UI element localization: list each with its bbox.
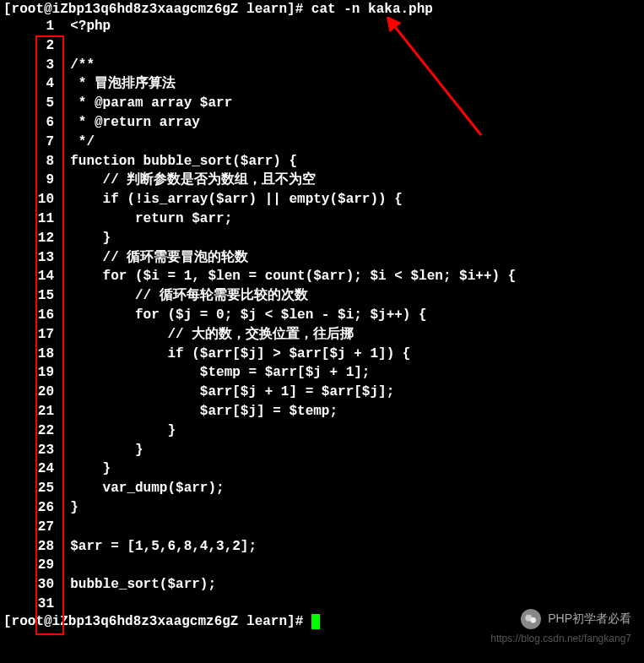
code-line: 26 }	[3, 498, 641, 518]
line-number: 8	[3, 152, 54, 171]
code-content: var_dump($arr);	[70, 481, 224, 496]
line-number: 22	[3, 421, 54, 441]
code-content: if ($arr[$j] > $arr[$j + 1]) {	[70, 346, 410, 361]
line-number: 9	[3, 171, 54, 190]
code-content: }	[70, 231, 111, 246]
line-number: 5	[3, 94, 54, 113]
wechat-badge: PHP初学者必看	[521, 609, 631, 629]
code-content: }	[70, 423, 176, 438]
code-content: */	[70, 134, 95, 149]
line-number: 12	[3, 229, 54, 248]
code-line: 23 }	[3, 441, 641, 460]
line-number: 23	[3, 441, 54, 460]
cursor	[311, 614, 320, 629]
code-line: 1 <?php	[3, 17, 641, 36]
code-content: // 判断参数是否为数组，且不为空	[70, 172, 316, 187]
code-line: 14 for ($i = 1, $len = count($arr); $i <…	[3, 267, 641, 286]
code-line: 15 // 循环每轮需要比较的次数	[3, 286, 641, 306]
code-output: 1 <?php2 3 /**4 * 冒泡排序算法5 * @param array…	[3, 17, 641, 614]
code-content: $arr = [1,5,6,8,4,3,2];	[70, 539, 257, 554]
command-prompt-1: [root@iZbp13q6hd8z3xaagcmz6gZ learn]# ca…	[3, 2, 641, 17]
code-content: * 冒泡排序算法	[70, 76, 176, 91]
line-number: 24	[3, 459, 54, 479]
code-content: * @param array $arr	[70, 95, 232, 111]
wechat-text: PHP初学者必看	[548, 611, 631, 627]
line-number: 6	[3, 113, 54, 133]
line-number: 28	[3, 537, 54, 557]
code-line: 20 $arr[$j + 1] = $arr[$j];	[3, 383, 641, 402]
code-content: for ($j = 0; $j < $len - $i; $j++) {	[70, 307, 426, 323]
line-number: 2	[3, 36, 54, 56]
code-line: 5 * @param array $arr	[3, 94, 641, 113]
code-content: return $arr;	[70, 211, 232, 226]
code-line: 22 }	[3, 421, 641, 441]
code-line: 9 // 判断参数是否为数组，且不为空	[3, 171, 641, 190]
line-number: 21	[3, 402, 54, 421]
line-number: 3	[3, 56, 54, 75]
code-content: }	[70, 461, 111, 476]
code-content: bubble_sort($arr);	[70, 577, 216, 592]
line-number: 10	[3, 190, 54, 209]
line-number: 11	[3, 209, 54, 229]
code-line: 11 return $arr;	[3, 209, 641, 229]
code-content: $arr[$j] = $temp;	[70, 404, 338, 419]
wechat-icon	[521, 609, 541, 629]
code-line: 19 $temp = $arr[$j + 1];	[3, 363, 641, 383]
watermark: https://blog.csdn.net/fangkang7	[490, 633, 631, 644]
code-line: 3 /**	[3, 56, 641, 75]
code-content: if (!is_array($arr) || empty($arr)) {	[70, 192, 403, 207]
code-line: 29	[3, 556, 641, 575]
terminal[interactable]: [root@iZbp13q6hd8z3xaagcmz6gZ learn]# ca…	[0, 0, 644, 631]
code-content: <?php	[70, 19, 111, 34]
code-line: 18 if ($arr[$j] > $arr[$j + 1]) {	[3, 345, 641, 364]
line-number: 27	[3, 518, 54, 537]
code-line: 6 * @return array	[3, 113, 641, 133]
code-line: 27	[3, 518, 641, 537]
code-content: $temp = $arr[$j + 1];	[70, 365, 370, 380]
line-number: 29	[3, 556, 54, 575]
line-number: 19	[3, 363, 54, 383]
code-line: 2	[3, 36, 641, 56]
line-number: 7	[3, 133, 54, 152]
line-number: 1	[3, 17, 54, 36]
line-number: 26	[3, 498, 54, 518]
code-line: 7 */	[3, 133, 641, 152]
line-number: 30	[3, 575, 54, 595]
code-content: /**	[70, 57, 95, 73]
code-line: 30 bubble_sort($arr);	[3, 575, 641, 595]
line-number: 4	[3, 74, 54, 94]
code-line: 28 $arr = [1,5,6,8,4,3,2];	[3, 537, 641, 557]
code-content: $arr[$j + 1] = $arr[$j];	[70, 384, 394, 399]
svg-point-3	[531, 617, 537, 623]
code-line: 25 var_dump($arr);	[3, 479, 641, 498]
code-content: }	[70, 443, 143, 458]
code-content: for ($i = 1, $len = count($arr); $i < $l…	[70, 269, 516, 284]
code-content: * @return array	[70, 115, 200, 130]
code-content: // 大的数，交换位置，往后挪	[70, 327, 354, 342]
code-line: 21 $arr[$j] = $temp;	[3, 402, 641, 421]
code-content: // 循环需要冒泡的轮数	[70, 250, 248, 265]
code-line: 8 function bubble_sort($arr) {	[3, 152, 641, 171]
line-number: 14	[3, 267, 54, 286]
code-line: 24 }	[3, 459, 641, 479]
code-line: 12 }	[3, 229, 641, 248]
line-number: 13	[3, 248, 54, 268]
line-number: 15	[3, 286, 54, 306]
line-number: 17	[3, 325, 54, 345]
code-content: }	[70, 500, 78, 515]
line-number: 25	[3, 479, 54, 498]
code-line: 13 // 循环需要冒泡的轮数	[3, 248, 641, 268]
line-number: 20	[3, 383, 54, 402]
code-content: // 循环每轮需要比较的次数	[70, 288, 308, 303]
code-line: 4 * 冒泡排序算法	[3, 74, 641, 94]
code-line: 17 // 大的数，交换位置，往后挪	[3, 325, 641, 345]
code-content: function bubble_sort($arr) {	[70, 154, 297, 169]
line-number: 31	[3, 595, 54, 614]
line-number: 16	[3, 306, 54, 325]
code-line: 16 for ($j = 0; $j < $len - $i; $j++) {	[3, 306, 641, 325]
code-line: 10 if (!is_array($arr) || empty($arr)) {	[3, 190, 641, 209]
line-number: 18	[3, 345, 54, 364]
